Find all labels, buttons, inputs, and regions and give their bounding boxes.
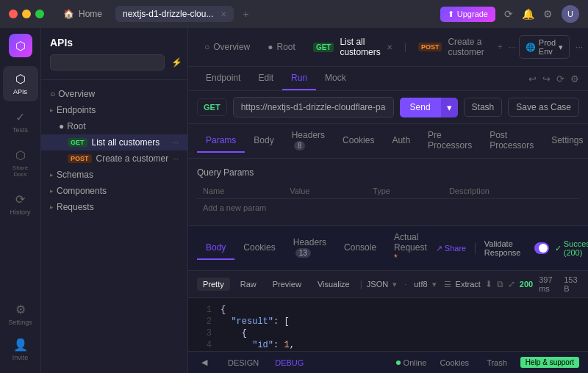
subtab-run[interactable]: Run xyxy=(282,67,316,90)
tree-item-root[interactable]: ● Root xyxy=(41,118,187,134)
tree-item-create-customer[interactable]: POST Create a customer ··· xyxy=(41,151,187,167)
params-tab-cookies[interactable]: Cookies xyxy=(334,129,383,153)
add-tab-button[interactable]: + xyxy=(498,42,503,52)
resp-tab-actual[interactable]: Actual Request * xyxy=(385,226,436,270)
send-button-group: Send ▾ xyxy=(400,98,458,117)
subtab-mock[interactable]: Mock xyxy=(316,67,355,90)
cookies-button[interactable]: Cookies xyxy=(435,356,473,369)
format-raw[interactable]: Raw xyxy=(234,278,262,291)
sidebar-item-history[interactable]: ⟳ History xyxy=(3,186,38,222)
bell-icon[interactable]: 🔔 xyxy=(522,8,534,20)
search-input[interactable] xyxy=(50,54,165,70)
undo-icon[interactable]: ↩ xyxy=(528,73,537,84)
more-tabs-icon[interactable]: ··· xyxy=(509,42,516,52)
debug-button[interactable]: DEBUG xyxy=(275,358,304,367)
sidebar-item-apis[interactable]: ⬡ APIs xyxy=(3,66,38,101)
stash-button[interactable]: Stash xyxy=(464,98,503,117)
tab-home[interactable]: 🏠 Home xyxy=(56,6,110,22)
main-layout: ⬡ ⬡ APIs ✓ Tests ⬡ Share Docs ⟳ History … xyxy=(0,28,588,373)
resp-tab-headers[interactable]: Headers 13 xyxy=(284,231,335,265)
design-button[interactable]: DESIGN xyxy=(223,356,263,369)
resp-type[interactable]: JSON xyxy=(367,280,388,289)
upgrade-button[interactable]: ⬆ Upgrade xyxy=(440,7,495,22)
params-tab-post[interactable]: Post Processors xyxy=(481,124,542,158)
resp-tab-console[interactable]: Console xyxy=(335,236,385,260)
reset-icon[interactable]: ⟳ xyxy=(556,73,564,84)
close-button[interactable] xyxy=(9,10,18,18)
minimize-button[interactable] xyxy=(22,10,31,18)
expand-icon[interactable]: ⤢ xyxy=(508,279,515,289)
tree-item-schemas[interactable]: ▸ Schemas xyxy=(41,167,187,183)
sidebar-item-invite[interactable]: 👤 Invite xyxy=(3,332,38,367)
topbar-more-icon[interactable]: ··· xyxy=(576,42,583,52)
share-button[interactable]: ↗ Share xyxy=(436,244,466,253)
params-tab-settings[interactable]: Settings xyxy=(542,129,588,153)
params-tab-body[interactable]: Body xyxy=(245,129,282,153)
tree-item-list-customers[interactable]: GET List all customers ··· xyxy=(41,134,187,151)
format-pretty[interactable]: Pretty xyxy=(197,278,230,291)
env-selector[interactable]: 🌐 Prod Env ▾ xyxy=(519,35,570,59)
sidebar-item-tests[interactable]: ✓ Tests xyxy=(3,104,38,140)
send-dropdown-button[interactable]: ▾ xyxy=(441,98,458,117)
settings-icon[interactable]: ⚙ xyxy=(570,73,579,84)
tree-item-overview[interactable]: ○ Overview xyxy=(41,86,187,102)
params-tab-auth[interactable]: Auth xyxy=(383,129,419,153)
tree-item-components[interactable]: ▸ Components xyxy=(41,183,187,199)
add-param-button[interactable]: Add a new param xyxy=(197,199,579,217)
status-codes: 200 397 ms 153 B xyxy=(520,275,579,293)
root-icon: ● xyxy=(59,121,64,131)
collapse-button[interactable]: ◀ xyxy=(197,355,212,369)
copy-icon[interactable]: ⧉ xyxy=(497,279,503,289)
share-docs-label: Share Docs xyxy=(6,164,35,178)
response-tabs: Body Cookies Headers 13 Console Actual R… xyxy=(188,226,588,271)
resp-lines-icon[interactable]: ☰ xyxy=(444,280,451,289)
subtab-endpoint[interactable]: Endpoint xyxy=(197,67,249,90)
params-tab-headers[interactable]: Headers 8 xyxy=(283,124,334,158)
params-table: Name Value Type Description xyxy=(197,184,579,199)
gear-icon[interactable]: ⚙ xyxy=(543,8,553,20)
redo-icon[interactable]: ↪ xyxy=(542,73,551,84)
tab-active[interactable]: nextjs-d1-drizzle-clou... ✕ xyxy=(115,6,234,22)
url-input[interactable] xyxy=(233,97,394,117)
more-icon[interactable]: ··· xyxy=(173,139,179,147)
trash-button[interactable]: Trash xyxy=(482,356,512,369)
params-tab-params[interactable]: Params xyxy=(197,129,245,153)
tab-close-icon[interactable]: ✕ xyxy=(220,10,226,18)
params-tab-pre[interactable]: Pre Processors xyxy=(419,124,481,158)
top-bar: ○ Overview ● Root GET List all customers… xyxy=(188,28,588,67)
share-icon: ↗ xyxy=(436,244,442,253)
schemas-label: Schemas xyxy=(57,170,93,180)
tree-item-requests[interactable]: ▸ Requests xyxy=(41,199,187,215)
resp-tab-body[interactable]: Body xyxy=(197,236,234,260)
post-request-tab[interactable]: POST Create a customer xyxy=(411,34,492,60)
tab-overview[interactable]: ○ Overview xyxy=(197,39,257,55)
resp-encoding[interactable]: utf8 xyxy=(414,280,427,289)
active-close-icon[interactable]: ✕ xyxy=(387,43,392,51)
active-request-tab[interactable]: GET List all customers ✕ xyxy=(306,34,400,60)
help-button[interactable]: Help & support xyxy=(520,357,579,368)
refresh-icon[interactable]: ⟳ xyxy=(504,8,513,20)
save-case-button[interactable]: Save as Case xyxy=(508,98,579,117)
new-tab-button[interactable]: + xyxy=(243,8,248,20)
more-icon-2[interactable]: ··· xyxy=(173,155,179,163)
maximize-button[interactable] xyxy=(35,10,44,18)
sidebar-item-share-docs[interactable]: ⬡ Share Docs xyxy=(3,142,38,184)
params-section: Query Params Name Value Type Description… xyxy=(188,159,588,225)
settings-icon: ⚙ xyxy=(15,303,26,316)
send-button[interactable]: Send xyxy=(400,98,441,117)
tab-root[interactable]: ● Root xyxy=(260,39,303,55)
api-panel: APIs ⚡ + ○ Overview ▸ Endpoints ● Root G… xyxy=(41,28,188,373)
subtab-edit[interactable]: Edit xyxy=(249,67,282,90)
extract-label[interactable]: Extract xyxy=(456,280,481,289)
format-preview[interactable]: Preview xyxy=(267,278,307,291)
filter-icon[interactable]: ⚡ xyxy=(169,55,184,70)
main-content: ○ Overview ● Root GET List all customers… xyxy=(188,28,588,373)
avatar[interactable]: U xyxy=(562,5,579,23)
download-icon[interactable]: ⬇ xyxy=(485,279,492,289)
sidebar-item-settings[interactable]: ⚙ Settings xyxy=(3,297,38,332)
validate-toggle[interactable] xyxy=(534,242,549,254)
format-visualize[interactable]: Visualize xyxy=(312,278,356,291)
resp-tab-cookies[interactable]: Cookies xyxy=(234,236,284,260)
tree-item-endpoints[interactable]: ▸ Endpoints xyxy=(41,102,187,118)
url-bar: GET Send ▾ Stash Save as Case xyxy=(188,91,588,124)
